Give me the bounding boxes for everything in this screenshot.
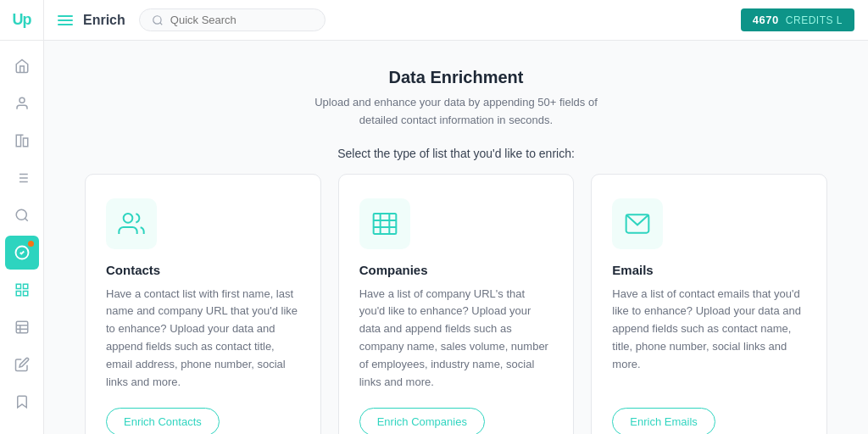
select-label: Select the type of list that you'd like … — [85, 147, 827, 160]
enrich-emails-button[interactable]: Enrich Emails — [612, 408, 715, 434]
hamburger-menu[interactable] — [58, 15, 73, 25]
svg-point-22 — [124, 214, 133, 223]
emails-card-desc: Have a list of contact emails that you'd… — [612, 286, 806, 392]
emails-card: Emails Have a list of contact emails tha… — [591, 174, 827, 434]
svg-line-10 — [25, 218, 27, 220]
enrich-companies-button[interactable]: Enrich Companies — [359, 408, 485, 434]
emails-icon-wrap — [612, 198, 663, 249]
sidebar-item-home[interactable] — [5, 49, 39, 83]
cards-container: Contacts Have a contact list with first … — [85, 174, 827, 434]
credits-badge: 4670 CREDITS L — [741, 8, 854, 31]
svg-rect-14 — [16, 292, 20, 296]
main-content: Enrich 4670 CREDITS L Data Enrichment Up… — [44, 0, 868, 434]
sidebar-item-edit[interactable] — [5, 348, 39, 381]
svg-rect-2 — [23, 138, 27, 147]
svg-point-0 — [19, 97, 25, 103]
svg-rect-23 — [373, 214, 396, 234]
company-icon — [371, 210, 398, 237]
logo-text: Up — [13, 11, 31, 29]
svg-rect-1 — [16, 135, 20, 147]
app-logo: Up — [0, 0, 44, 41]
search-icon — [152, 14, 164, 26]
search-input[interactable] — [170, 14, 306, 26]
sidebar-item-person[interactable] — [5, 86, 39, 120]
svg-rect-13 — [23, 284, 27, 288]
page-title: Data Enrichment — [85, 68, 827, 87]
contacts-icon-wrap — [106, 198, 157, 249]
credits-label: CREDITS L — [786, 14, 843, 26]
search-bar[interactable] — [139, 8, 326, 31]
sidebar-item-lists[interactable] — [5, 161, 39, 195]
page-body: Data Enrichment Upload and enhance your … — [44, 41, 868, 434]
sidebar-item-table[interactable] — [5, 310, 39, 344]
contacts-card: Contacts Have a contact list with first … — [85, 174, 321, 434]
sidebar-item-verified[interactable] — [5, 236, 39, 270]
header: Enrich 4670 CREDITS L — [44, 0, 868, 41]
svg-rect-15 — [23, 292, 27, 296]
people-icon — [118, 210, 145, 237]
svg-point-9 — [16, 209, 26, 220]
companies-icon-wrap — [359, 198, 410, 249]
sidebar-item-enrich[interactable] — [5, 273, 39, 307]
emails-card-title: Emails — [612, 263, 806, 277]
page-heading: Data Enrichment Upload and enhance your … — [85, 68, 827, 130]
page-subtitle: Upload and enhance your data by appendin… — [295, 94, 617, 130]
contacts-card-title: Contacts — [106, 263, 300, 277]
svg-rect-12 — [16, 284, 20, 288]
sidebar-item-saved[interactable] — [5, 385, 39, 419]
svg-point-20 — [153, 15, 161, 23]
header-title: Enrich — [83, 13, 125, 28]
svg-rect-16 — [16, 321, 28, 333]
companies-card: Companies Have a list of company URL's t… — [338, 174, 575, 434]
contacts-card-desc: Have a contact list with first name, las… — [106, 286, 300, 392]
sidebar-item-search[interactable] — [5, 198, 39, 232]
companies-card-title: Companies — [359, 263, 554, 277]
sidebar-item-companies[interactable] — [5, 124, 39, 158]
enrich-contacts-button[interactable]: Enrich Contacts — [106, 408, 220, 434]
sidebar: Up — [0, 0, 44, 434]
companies-card-desc: Have a list of company URL's that you'd … — [359, 286, 554, 392]
email-icon — [624, 210, 651, 237]
notification-dot — [28, 241, 34, 247]
svg-line-21 — [160, 22, 163, 25]
credits-amount: 4670 — [753, 14, 779, 26]
